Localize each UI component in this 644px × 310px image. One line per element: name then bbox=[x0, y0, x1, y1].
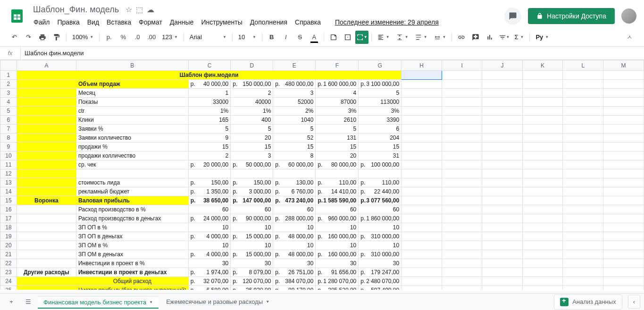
cell-D25[interactable]: р.26 930,00 bbox=[231, 286, 273, 290]
cell-F4[interactable]: 87000 bbox=[316, 98, 359, 107]
row-header-9[interactable]: 9 bbox=[0, 142, 17, 151]
row-header-25[interactable]: 25 bbox=[0, 286, 17, 290]
decrease-decimal-button[interactable]: .0 bbox=[131, 31, 144, 44]
col-header-E[interactable]: E bbox=[273, 60, 316, 71]
row-header-14[interactable]: 14 bbox=[0, 187, 17, 196]
col-header-H[interactable]: H bbox=[401, 60, 442, 71]
row-header-24[interactable]: 24 bbox=[0, 277, 17, 286]
borders-button[interactable] bbox=[341, 31, 354, 44]
cell-B5[interactable]: ctr bbox=[76, 107, 188, 116]
font-size-select[interactable]: 10▼ bbox=[235, 31, 259, 44]
comment-button[interactable] bbox=[469, 31, 482, 44]
print-button[interactable] bbox=[36, 31, 49, 44]
cell-C2[interactable]: р.40 000,00 bbox=[188, 80, 231, 89]
collapse-toolbar-button[interactable]: ㅅ bbox=[623, 29, 636, 45]
cell-G8[interactable]: 204 bbox=[359, 134, 401, 142]
cell-E10[interactable]: 8 bbox=[273, 151, 316, 160]
cell-C19[interactable]: р.4 000,00 bbox=[188, 232, 231, 241]
h-align-button[interactable]: ▼ bbox=[375, 31, 393, 44]
cell-B15[interactable]: Валовая прибыль bbox=[76, 196, 188, 205]
cell-F21[interactable]: р.160 000,00 bbox=[316, 250, 359, 259]
fill-color-button[interactable] bbox=[327, 31, 340, 44]
row-header-5[interactable]: 5 bbox=[0, 107, 17, 116]
undo-button[interactable]: ↶ bbox=[8, 31, 21, 44]
cell-F2[interactable]: р.1 600 000,00 bbox=[316, 80, 359, 89]
cell-B25[interactable]: Чистая прибыль(без вычета инвестиций) bbox=[76, 286, 188, 290]
rotate-button[interactable]: ▼ bbox=[431, 31, 449, 44]
cell-B24[interactable]: Общий расход bbox=[76, 277, 188, 286]
cell-C18[interactable]: 10 bbox=[188, 223, 231, 232]
cell-H1[interactable] bbox=[401, 71, 442, 80]
cell-D14[interactable]: р.3 000,00 bbox=[231, 187, 273, 196]
cell-G11[interactable]: р.100 000,00 bbox=[359, 160, 401, 169]
cell-C22[interactable]: 30 bbox=[188, 259, 231, 268]
cell-A12[interactable] bbox=[17, 169, 76, 178]
cell-E25[interactable]: р.89 170,00 bbox=[273, 286, 316, 290]
row-header-20[interactable]: 20 bbox=[0, 241, 17, 250]
cell-A10[interactable] bbox=[17, 151, 76, 160]
doc-title[interactable]: Шаблон_Фин. модель bbox=[30, 4, 122, 16]
cell-F16[interactable]: 60 bbox=[316, 205, 359, 214]
cell-D22[interactable]: 30 bbox=[231, 259, 273, 268]
redo-button[interactable]: ↷ bbox=[22, 31, 35, 44]
account-avatar[interactable] bbox=[621, 8, 636, 24]
cell-C25[interactable]: р.6 580,00 bbox=[188, 286, 231, 290]
cell-D2[interactable]: р.150 000,00 bbox=[231, 80, 273, 89]
cell-F5[interactable]: 3% bbox=[316, 107, 359, 116]
cell-E8[interactable]: 52 bbox=[273, 134, 316, 142]
cell-D24[interactable]: р.120 070,00 bbox=[231, 277, 273, 286]
cell-G7[interactable]: 6 bbox=[359, 125, 401, 134]
cell-C23[interactable]: р.1 974,00 bbox=[188, 268, 231, 277]
cell-E3[interactable]: 3 bbox=[273, 89, 316, 98]
cell-C11[interactable]: р.20 000,00 bbox=[188, 160, 231, 169]
cell-F13[interactable]: р.110,00 bbox=[316, 178, 359, 187]
cell-E14[interactable]: р.6 760,00 bbox=[273, 187, 316, 196]
cell-C8[interactable]: 9 bbox=[188, 134, 231, 142]
cell-A16[interactable] bbox=[17, 205, 76, 214]
zoom-select[interactable]: 100%▼ bbox=[69, 31, 96, 44]
menu-Вид[interactable]: Вид bbox=[84, 17, 102, 28]
cell-B8[interactable]: Заявки колличество bbox=[76, 134, 188, 142]
cell-B22[interactable]: Инвестиции в проект в % bbox=[76, 259, 188, 268]
cell-B12[interactable] bbox=[76, 169, 188, 178]
spreadsheet-grid[interactable]: ABCDEFGHIJKLM1Шаблон фин.модели2Объем пр… bbox=[0, 60, 644, 290]
cell-D9[interactable]: 15 bbox=[231, 142, 273, 151]
cell-D10[interactable]: 3 bbox=[231, 151, 273, 160]
comments-button[interactable] bbox=[504, 8, 521, 25]
cell-F17[interactable]: р.960 000,00 bbox=[316, 214, 359, 223]
cell-E16[interactable]: 60 bbox=[273, 205, 316, 214]
cell-F19[interactable]: р.160 000,00 bbox=[316, 232, 359, 241]
cell-D4[interactable]: 40000 bbox=[231, 98, 273, 107]
cell-D23[interactable]: р.8 079,00 bbox=[231, 268, 273, 277]
cell-F11[interactable]: р.80 000,00 bbox=[316, 160, 359, 169]
cell-G6[interactable]: 3390 bbox=[359, 116, 401, 125]
cell-C16[interactable]: 60 bbox=[188, 205, 231, 214]
cell-C12[interactable] bbox=[188, 169, 231, 178]
row-header-2[interactable]: 2 bbox=[0, 80, 17, 89]
cell-C4[interactable]: 33000 bbox=[188, 98, 231, 107]
cell-E11[interactable]: р.60 000,00 bbox=[273, 160, 316, 169]
chart-button[interactable] bbox=[483, 31, 496, 44]
cell-title[interactable]: Шаблон фин.модели bbox=[17, 71, 401, 80]
cell-E12[interactable] bbox=[273, 169, 316, 178]
bold-button[interactable]: B bbox=[265, 31, 278, 44]
formula-input[interactable]: Шаблон фин.модели bbox=[21, 50, 644, 57]
increase-decimal-button[interactable]: .00 bbox=[145, 31, 158, 44]
row-header-4[interactable]: 4 bbox=[0, 98, 17, 107]
cell-B7[interactable]: Заявки % bbox=[76, 125, 188, 134]
cell-D17[interactable]: р.90 000,00 bbox=[231, 214, 273, 223]
cell-F18[interactable]: 10 bbox=[316, 223, 359, 232]
row-header-10[interactable]: 10 bbox=[0, 151, 17, 160]
cell-B19[interactable]: ЗП ОП в деньгах bbox=[76, 232, 188, 241]
cell-E9[interactable]: 15 bbox=[273, 142, 316, 151]
cell-G9[interactable]: 15 bbox=[359, 142, 401, 151]
cell-G10[interactable]: 31 bbox=[359, 151, 401, 160]
cell-G13[interactable]: р.110,00 bbox=[359, 178, 401, 187]
cell-D5[interactable]: 1% bbox=[231, 107, 273, 116]
cell-D7[interactable]: 5 bbox=[231, 125, 273, 134]
menu-Справка[interactable]: Справка bbox=[292, 17, 324, 28]
row-header-16[interactable]: 16 bbox=[0, 205, 17, 214]
menu-Файл[interactable]: Файл bbox=[30, 17, 53, 28]
cell-C21[interactable]: р.4 000,00 bbox=[188, 250, 231, 259]
input-tools-button[interactable]: Ру▼ bbox=[533, 31, 552, 44]
